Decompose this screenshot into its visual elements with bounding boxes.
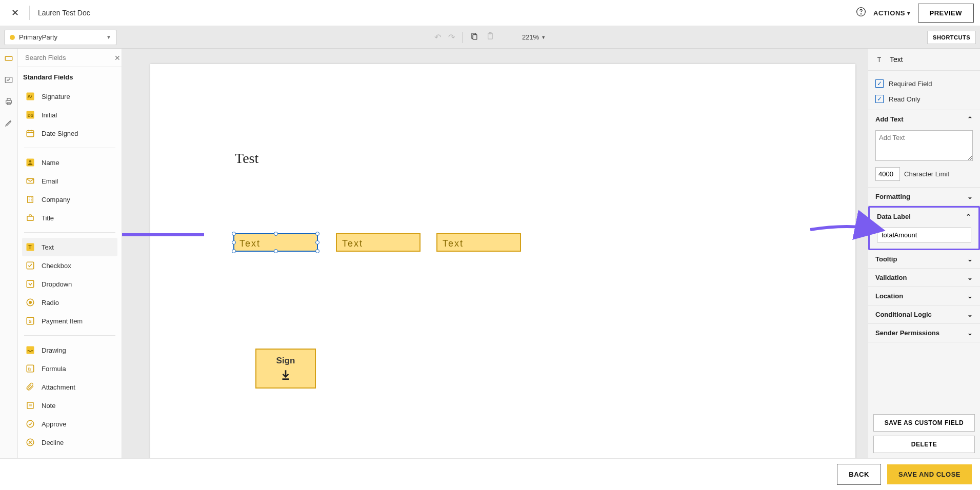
delete-button[interactable]: DELETE [873,436,975,453]
field-date-signed[interactable]: Date Signed [22,124,117,142]
clear-search-icon[interactable]: ✕ [114,54,121,62]
field-email[interactable]: Email [22,172,117,190]
text-field[interactable]: Text [436,233,521,252]
svg-text:T: T [28,244,32,250]
field-company[interactable]: Company [22,190,117,209]
svg-point-1 [861,13,862,14]
chevron-down-icon: ▼ [106,34,111,40]
print-tab-icon[interactable] [4,97,13,106]
accordion-title: Conditional Logic [875,311,932,318]
char-limit-input[interactable] [875,167,900,181]
save-custom-field-button[interactable]: SAVE AS CUSTOM FIELD [873,414,975,432]
formatting-accordion[interactable]: Formatting ⌄ [868,188,980,206]
readonly-checkbox-row[interactable]: ✓ Read Only [868,91,980,107]
field-initial[interactable]: DS Initial [22,106,117,124]
field-text[interactable]: T Text [22,238,117,256]
field-label: Email [42,177,58,185]
field-drawing[interactable]: Drawing [22,341,117,359]
actions-button[interactable]: ACTIONS ▾ [873,9,911,17]
resize-handle[interactable] [232,249,236,253]
field-checkbox[interactable]: Checkbox [22,256,117,275]
text-field[interactable]: Text [336,233,421,252]
field-note[interactable]: Note [22,396,117,415]
data-label-input[interactable] [877,228,971,242]
resize-handle[interactable] [274,249,278,253]
field-radio[interactable]: Radio [22,293,117,312]
category-header: Standard Fields [18,67,122,87]
back-button[interactable]: BACK [837,464,881,485]
sign-field[interactable]: Sign [255,349,316,389]
resize-handle[interactable] [232,232,236,236]
search-input[interactable] [25,54,111,62]
field-label: Signature [42,93,70,100]
redo-icon[interactable]: ↷ [448,32,455,42]
field-approve[interactable]: Approve [22,415,117,433]
top-bar: ✕ Lauren Test Doc ACTIONS ▾ PREVIEW [0,0,980,26]
fields-panel: ✕ Standard Fields Signature DS Initial D… [18,49,122,458]
preview-button[interactable]: PREVIEW [918,4,974,23]
resize-handle[interactable] [232,240,236,244]
field-name[interactable]: Name [22,153,117,172]
field-dropdown[interactable]: Dropdown [22,275,117,293]
svg-rect-8 [7,98,10,100]
zoom-select[interactable]: 221% ▼ [522,33,546,41]
resize-handle[interactable] [315,249,319,253]
help-icon[interactable] [856,7,866,19]
fields-tab-icon[interactable] [4,54,13,63]
prefill-tab-icon[interactable] [4,75,13,85]
copy-icon[interactable] [470,32,478,43]
decline-icon [25,437,35,447]
close-icon[interactable]: ✕ [6,4,24,22]
field-label: Drawing [42,346,66,354]
field-attachment[interactable]: Attachment [22,378,117,396]
field-label: Checkbox [42,262,71,270]
resize-handle[interactable] [315,232,319,236]
chevron-down-icon: ⌄ [967,193,973,200]
save-and-close-button[interactable]: SAVE AND CLOSE [887,464,972,484]
checkbox-checked-icon[interactable]: ✓ [875,95,884,103]
location-accordion[interactable]: Location ⌄ [868,287,980,305]
svg-rect-2 [473,35,477,39]
chevron-down-icon: ⌄ [967,329,973,337]
bottom-bar: BACK SAVE AND CLOSE [0,458,980,490]
document-page[interactable]: Test Text Text Text Sign [150,64,855,458]
validation-accordion[interactable]: Validation ⌄ [868,269,980,287]
checkbox-checked-icon[interactable]: ✓ [875,79,884,88]
download-arrow-icon [279,368,292,381]
tooltip-accordion[interactable]: Tooltip ⌄ [868,250,980,268]
paste-icon[interactable] [486,32,494,43]
left-rail [0,49,18,458]
add-text-accordion[interactable]: Add Text ⌃ [868,110,980,128]
add-text-input[interactable] [875,130,973,161]
edit-tab-icon[interactable] [4,118,13,128]
radio-icon [25,297,35,308]
field-type-label: Text [890,55,903,64]
data-label-accordion[interactable]: Data Label ⌃ [870,208,978,226]
properties-panel: T Text ✓ Required Field ✓ Read Only Add … [868,49,980,458]
canvas[interactable]: Test Text Text Text Sign [122,49,868,458]
field-label: Text [42,243,54,251]
field-formula[interactable]: fx Formula [22,359,117,378]
required-checkbox-row[interactable]: ✓ Required Field [868,76,980,91]
text-field-selected[interactable]: Text [233,233,318,252]
resize-handle[interactable] [274,232,278,236]
field-label: Company [42,196,70,203]
undo-icon[interactable]: ↶ [434,32,441,42]
conditional-logic-accordion[interactable]: Conditional Logic ⌄ [868,305,980,323]
field-title[interactable]: Title [22,209,117,227]
sender-permissions-accordion[interactable]: Sender Permissions ⌄ [868,324,980,342]
resize-handle[interactable] [315,240,319,244]
field-payment[interactable]: $ Payment Item [22,312,117,330]
party-select[interactable]: PrimaryParty ▼ [4,30,117,45]
chevron-down-icon: ▼ [541,35,546,40]
shortcuts-button[interactable]: SHORTCUTS [927,31,976,44]
field-signature[interactable]: Signature [22,87,117,106]
divider [29,6,30,20]
field-decline[interactable]: Decline [22,433,117,452]
data-label-section: Data Label ⌃ [868,206,980,250]
svg-text:$: $ [29,318,32,324]
required-label: Required Field [889,80,932,88]
svg-text:fx: fx [28,367,32,372]
svg-rect-23 [27,280,34,288]
separator [24,232,115,233]
